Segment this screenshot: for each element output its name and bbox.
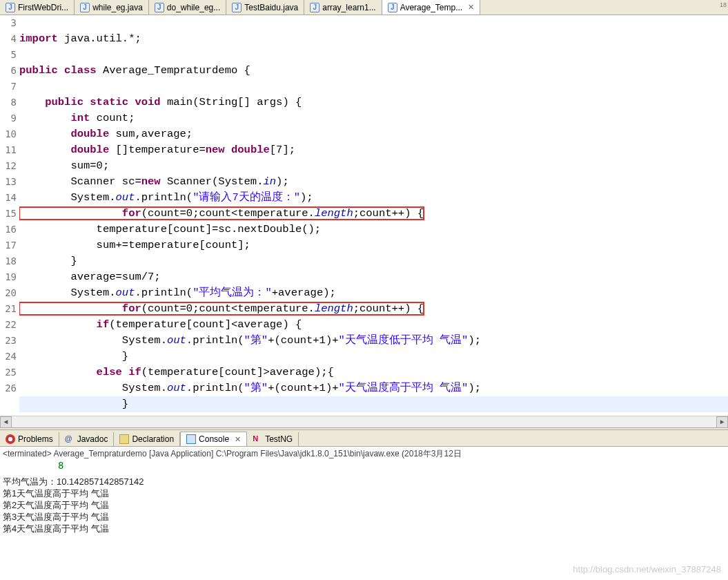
console-line: 第1天气温度高于平均 气温 <box>3 487 725 499</box>
tab-do-while-eg[interactable]: Jdo_while_eg... <box>149 0 226 14</box>
console-line: 平均气温为：10.142857142857142 <box>3 476 725 487</box>
scroll-left-button[interactable]: ◄ <box>0 416 12 428</box>
tab-firstwebdri[interactable]: JFirstWebDri... <box>0 0 75 14</box>
views-tabbar: Problems @Javadoc Declaration Console✕ N… <box>0 430 728 447</box>
view-javadoc[interactable]: @Javadoc <box>59 432 115 446</box>
line-number-gutter: 3456789101112131415161718192021222324252… <box>0 15 19 416</box>
close-icon[interactable]: ✕ <box>235 435 241 444</box>
code-content[interactable]: import java.util.*; public class Average… <box>19 15 728 416</box>
java-file-icon: J <box>388 3 397 12</box>
console-icon <box>186 434 196 444</box>
scroll-track[interactable] <box>12 416 716 428</box>
watermark: http://blog.csdn.net/weixin_37887248 <box>573 564 721 574</box>
java-file-icon: J <box>6 3 15 12</box>
highlighted-for-loop-2: for(count=0;count<temperature.length;cou… <box>19 302 424 315</box>
problems-icon <box>6 434 15 444</box>
view-declaration[interactable]: Declaration <box>114 432 180 446</box>
console-user-input: 8 <box>3 460 725 472</box>
declaration-icon <box>119 434 129 444</box>
tab-while-eg[interactable]: Jwhile_eg.java <box>75 0 149 14</box>
console-line: 第2天气温度高于平均 气温 <box>3 499 725 511</box>
code-editor[interactable]: 3456789101112131415161718192021222324252… <box>0 15 728 416</box>
scroll-right-button[interactable]: ► <box>716 416 728 428</box>
view-console[interactable]: Console✕ <box>180 432 247 446</box>
editor-tabs: JFirstWebDri... Jwhile_eg.java Jdo_while… <box>0 0 728 15</box>
tab-array-learn1[interactable]: Jarray_learn1... <box>304 0 382 14</box>
javadoc-icon: @ <box>65 434 75 444</box>
console-line: 第4天气温度高于平均 气温 <box>3 523 725 534</box>
horizontal-scrollbar[interactable]: ◄ ► <box>0 416 728 427</box>
highlighted-for-loop-1: for(count=0;count<temperature.length;cou… <box>19 207 424 220</box>
java-file-icon: J <box>80 3 90 12</box>
console-process-line: <terminated> Average_Tempraturdemo [Java… <box>3 448 725 460</box>
tab-testbaidu[interactable]: JTestBaidu.java <box>226 0 304 14</box>
tab-overflow-count: 18 <box>720 1 727 8</box>
testng-icon: N <box>253 434 262 444</box>
java-file-icon: J <box>232 3 242 12</box>
console-line: 第3天气温度高于平均 气温 <box>3 511 725 523</box>
console-output[interactable]: <terminated> Average_Tempraturdemo [Java… <box>0 447 728 536</box>
view-testng[interactable]: NTestNG <box>247 432 299 446</box>
java-file-icon: J <box>310 3 319 12</box>
view-problems[interactable]: Problems <box>0 432 59 446</box>
tab-average-temp[interactable]: JAverage_Temp...✕ <box>382 0 481 14</box>
close-icon[interactable]: ✕ <box>468 3 474 12</box>
java-file-icon: J <box>155 3 164 12</box>
